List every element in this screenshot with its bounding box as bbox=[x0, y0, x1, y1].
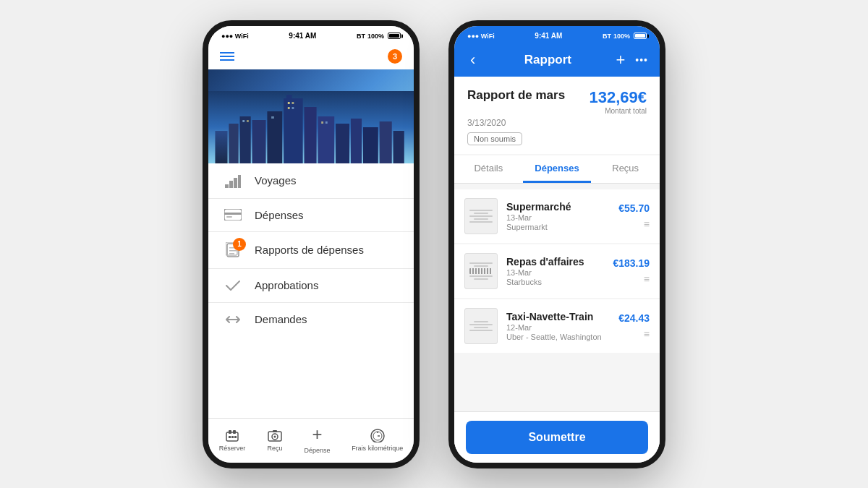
app-header-2: ‹ Rapport + ••• bbox=[454, 43, 660, 77]
recu-icon bbox=[267, 426, 283, 442]
svg-rect-3 bbox=[240, 116, 251, 163]
receipt-icon-2: ≡ bbox=[644, 328, 650, 340]
rapports-badge: 1 bbox=[233, 238, 246, 251]
rapports-label: Rapports de dépenses bbox=[255, 244, 364, 256]
svg-rect-1 bbox=[215, 131, 227, 163]
battery-area-2: BT 100% bbox=[603, 33, 647, 40]
svg-rect-39 bbox=[233, 430, 236, 434]
svg-rect-17 bbox=[288, 107, 290, 109]
svg-rect-5 bbox=[267, 111, 282, 163]
svg-rect-34 bbox=[229, 253, 234, 254]
svg-rect-38 bbox=[229, 430, 231, 434]
voyages-icon bbox=[223, 174, 243, 188]
expense-merchant-2: Uber - Seattle, Washington bbox=[506, 333, 610, 341]
depense-label: Dépense bbox=[305, 447, 331, 454]
amount-label: Montant total bbox=[589, 107, 647, 115]
nav-frais[interactable]: Frais kilométrique bbox=[352, 426, 403, 452]
back-button[interactable]: ‹ bbox=[466, 49, 480, 71]
svg-rect-15 bbox=[288, 102, 290, 104]
nav-recu[interactable]: Reçu bbox=[267, 426, 283, 452]
expense-details-0: Supermarché 13-Mar Supermarkt bbox=[506, 201, 610, 231]
expense-right-0: €55.70 ≡ bbox=[618, 202, 650, 230]
nav-reserver[interactable]: Réserver bbox=[219, 426, 246, 452]
svg-point-45 bbox=[273, 435, 276, 437]
svg-rect-41 bbox=[231, 436, 234, 438]
expense-amount-0: €55.70 bbox=[618, 202, 650, 214]
status-badge: Non soumis bbox=[467, 132, 522, 145]
expense-name-2: Taxi-Navette-Train bbox=[506, 311, 610, 322]
demandes-label: Demandes bbox=[255, 313, 307, 325]
svg-rect-14 bbox=[393, 131, 404, 163]
menu-item-approbations[interactable]: Approbations bbox=[208, 269, 414, 303]
svg-rect-25 bbox=[229, 181, 233, 188]
depenses-label: Dépenses bbox=[255, 209, 304, 221]
report-summary: Rapport de mars 132,69€ Montant total 3/… bbox=[454, 77, 660, 154]
battery-icon-1 bbox=[388, 33, 401, 39]
svg-rect-8 bbox=[305, 107, 317, 163]
expense-right-2: €24.43 ≡ bbox=[618, 312, 650, 340]
tab-recus[interactable]: Reçus bbox=[591, 155, 660, 183]
expense-date-0: 13-Mar bbox=[506, 213, 610, 222]
notification-badge[interactable]: 3 bbox=[388, 49, 402, 64]
bt-2: BT bbox=[603, 33, 611, 40]
hamburger-button[interactable] bbox=[220, 52, 234, 61]
battery-icon-2 bbox=[634, 33, 647, 39]
app-header-1: 3 bbox=[208, 43, 414, 69]
menu-list: Voyages Dépenses bbox=[208, 163, 414, 418]
bottom-nav: Réserver Reçu + Dépense bbox=[208, 418, 414, 463]
svg-rect-30 bbox=[226, 216, 232, 218]
expense-right-1: €183.19 ≡ bbox=[613, 257, 650, 285]
receipt-icon-1: ≡ bbox=[644, 273, 650, 285]
svg-rect-13 bbox=[380, 121, 392, 163]
expense-item-1[interactable]: Repas d'affaires 13-Mar Starbucks €183.1… bbox=[454, 244, 660, 298]
svg-rect-10 bbox=[336, 124, 349, 163]
svg-rect-40 bbox=[229, 436, 231, 438]
report-date: 3/13/2020 bbox=[467, 118, 647, 128]
tab-depenses[interactable]: Dépenses bbox=[523, 155, 592, 183]
more-button[interactable]: ••• bbox=[635, 54, 648, 66]
svg-rect-27 bbox=[238, 175, 241, 188]
report-content: Rapport de mars 132,69€ Montant total 3/… bbox=[454, 77, 660, 463]
approbations-icon bbox=[223, 279, 243, 292]
expense-amount-2: €24.43 bbox=[618, 312, 650, 324]
battery-area-1: BT 100% bbox=[357, 33, 401, 40]
signal-2: ●●● WiFi bbox=[467, 33, 495, 40]
skyline-svg bbox=[208, 91, 414, 163]
menu-item-depenses[interactable]: Dépenses bbox=[208, 199, 414, 232]
svg-rect-19 bbox=[242, 120, 244, 122]
expense-item-0[interactable]: Supermarché 13-Mar Supermarkt €55.70 ≡ bbox=[454, 189, 660, 243]
nav-depense[interactable]: + Dépense bbox=[305, 424, 331, 454]
menu-item-rapports[interactable]: 1 Rapports de dépenses bbox=[208, 232, 414, 269]
svg-rect-42 bbox=[234, 436, 237, 438]
expense-date-2: 12-Mar bbox=[506, 323, 610, 332]
tab-bar: Détails Dépenses Reçus bbox=[454, 155, 660, 184]
expense-item-2[interactable]: Taxi-Navette-Train 12-Mar Uber - Seattle… bbox=[454, 299, 660, 353]
header-title: Rapport bbox=[524, 53, 571, 67]
svg-rect-29 bbox=[224, 213, 242, 215]
svg-rect-24 bbox=[225, 184, 229, 188]
approbations-label: Approbations bbox=[255, 279, 318, 291]
expense-merchant-1: Starbucks bbox=[506, 278, 604, 286]
battery-pct-2: 100% bbox=[613, 33, 630, 40]
expense-name-1: Repas d'affaires bbox=[506, 256, 604, 267]
svg-rect-18 bbox=[292, 107, 294, 109]
frais-label: Frais kilométrique bbox=[352, 445, 403, 452]
phone-2: ●●● WiFi 9:41 AM BT 100% ‹ Rapport + •••… bbox=[448, 20, 665, 468]
depense-plus-icon: + bbox=[312, 424, 323, 445]
svg-rect-11 bbox=[351, 119, 362, 163]
hero-image bbox=[208, 69, 414, 163]
expense-merchant-0: Supermarkt bbox=[506, 223, 610, 231]
add-button[interactable]: + bbox=[616, 51, 625, 69]
tab-details[interactable]: Détails bbox=[454, 155, 523, 183]
svg-rect-21 bbox=[271, 116, 274, 119]
submit-button[interactable]: Soumettre bbox=[466, 421, 648, 454]
svg-rect-22 bbox=[321, 121, 323, 124]
svg-rect-20 bbox=[247, 120, 249, 122]
expense-amount-1: €183.19 bbox=[613, 257, 650, 269]
svg-rect-26 bbox=[234, 178, 237, 188]
receipt-thumb-1 bbox=[464, 253, 498, 289]
menu-item-voyages[interactable]: Voyages bbox=[208, 163, 414, 199]
receipt-thumb-0 bbox=[464, 198, 498, 234]
time-2: 9:41 AM bbox=[535, 32, 562, 40]
menu-item-demandes[interactable]: Demandes bbox=[208, 303, 414, 336]
